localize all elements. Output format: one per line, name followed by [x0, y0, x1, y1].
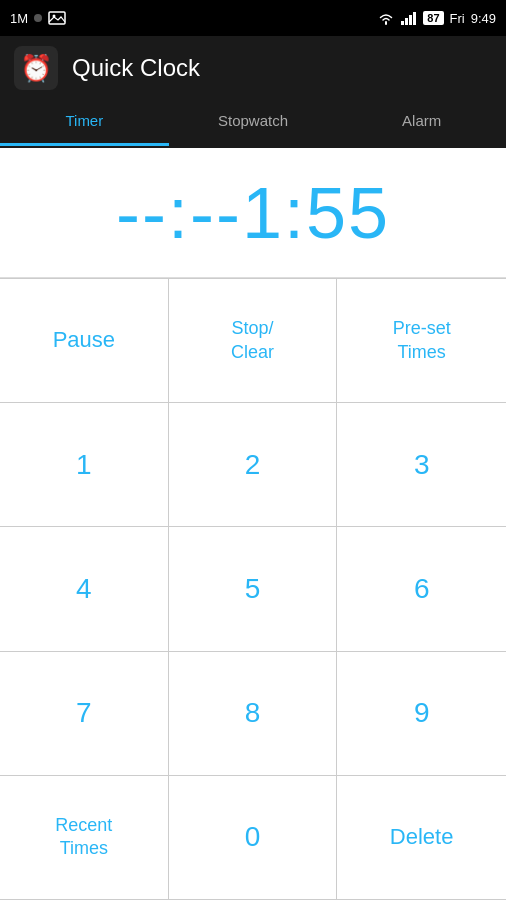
key-8[interactable]: 8 — [169, 652, 338, 776]
preset-times-button[interactable]: Pre-set Times — [337, 279, 506, 403]
status-right: 87 Fri 9:49 — [377, 11, 496, 26]
key-9[interactable]: 9 — [337, 652, 506, 776]
key-6[interactable]: 6 — [337, 527, 506, 651]
tab-timer[interactable]: Timer — [0, 100, 169, 146]
timer-display: --:--1:55 — [0, 148, 506, 278]
tab-alarm[interactable]: Alarm — [337, 100, 506, 146]
status-time: 9:49 — [471, 11, 496, 26]
wifi-icon — [377, 11, 395, 25]
key-4[interactable]: 4 — [0, 527, 169, 651]
app-title: Quick Clock — [72, 54, 200, 82]
key-0[interactable]: 0 — [169, 776, 338, 900]
app-icon: ⏰ — [14, 46, 58, 90]
svg-rect-3 — [405, 18, 408, 25]
tab-bar: Timer Stopwatch Alarm — [0, 100, 506, 148]
status-day: Fri — [450, 11, 465, 26]
recent-times-button[interactable]: Recent Times — [0, 776, 169, 900]
stop-clear-button[interactable]: Stop/ Clear — [169, 279, 338, 403]
image-icon — [48, 11, 66, 25]
key-7[interactable]: 7 — [0, 652, 169, 776]
key-5[interactable]: 5 — [169, 527, 338, 651]
battery-level: 87 — [423, 11, 443, 25]
delete-button[interactable]: Delete — [337, 776, 506, 900]
clock-icon: ⏰ — [20, 53, 52, 84]
main-content: --:--1:55 Pause Stop/ Clear Pre-set Time… — [0, 148, 506, 900]
keypad: Pause Stop/ Clear Pre-set Times 1 2 3 4 … — [0, 278, 506, 900]
status-dot — [34, 14, 42, 22]
key-2[interactable]: 2 — [169, 403, 338, 527]
signal-bars-icon — [401, 11, 417, 25]
status-left: 1M — [10, 11, 66, 26]
key-3[interactable]: 3 — [337, 403, 506, 527]
status-bar: 1M 87 Fri 9:49 — [0, 0, 506, 36]
timer-value: --:--1:55 — [116, 172, 390, 254]
tab-stopwatch[interactable]: Stopwatch — [169, 100, 338, 146]
pause-button[interactable]: Pause — [0, 279, 169, 403]
svg-rect-5 — [413, 12, 416, 25]
svg-rect-0 — [49, 12, 65, 24]
key-1[interactable]: 1 — [0, 403, 169, 527]
svg-rect-2 — [401, 21, 404, 25]
svg-rect-4 — [409, 15, 412, 25]
signal-strength: 1M — [10, 11, 28, 26]
app-bar: ⏰ Quick Clock — [0, 36, 506, 100]
